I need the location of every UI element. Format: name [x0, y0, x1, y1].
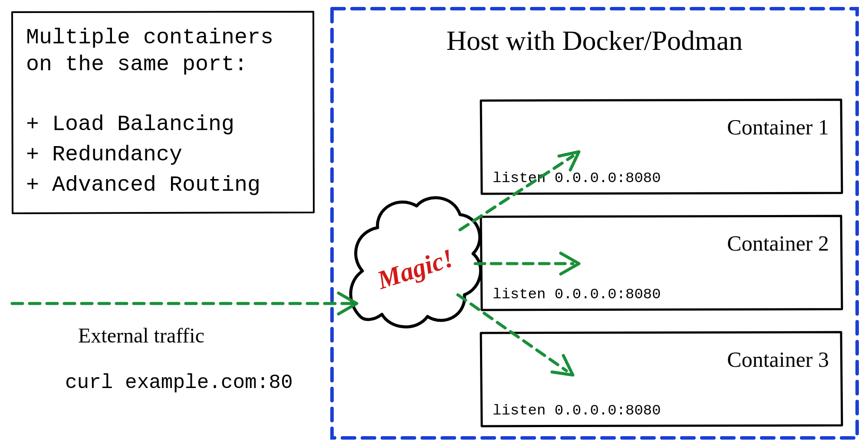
magic-cloud: Magic! [351, 198, 480, 327]
info-item-1: + Redundancy [26, 142, 182, 167]
container-1-listen: listen 0.0.0.0:8080 [493, 170, 661, 186]
container-2-title: Container 2 [727, 231, 829, 255]
info-title-line1: Multiple containers [26, 25, 273, 50]
external-label: External traffic [78, 324, 204, 347]
info-box: Multiple containers on the same port: + … [12, 12, 314, 213]
container-2: Container 2 listen 0.0.0.0:8080 [481, 216, 842, 310]
container-3-listen: listen 0.0.0.0:8080 [493, 402, 661, 419]
info-item-2: + Advanced Routing [26, 173, 260, 197]
diagram-canvas: Multiple containers on the same port: + … [0, 0, 868, 447]
container-2-listen: listen 0.0.0.0:8080 [493, 286, 661, 303]
container-3-title: Container 3 [727, 347, 829, 372]
host-title: Host with Docker/Podman [447, 25, 743, 56]
info-title-line2: on the same port: [26, 52, 247, 77]
container-3: Container 3 listen 0.0.0.0:8080 [481, 332, 842, 426]
info-item-0: + Load Balancing [26, 112, 234, 137]
container-1-title: Container 1 [727, 115, 829, 139]
external-command: curl example.com:80 [65, 372, 293, 394]
external-arrow [12, 293, 357, 314]
